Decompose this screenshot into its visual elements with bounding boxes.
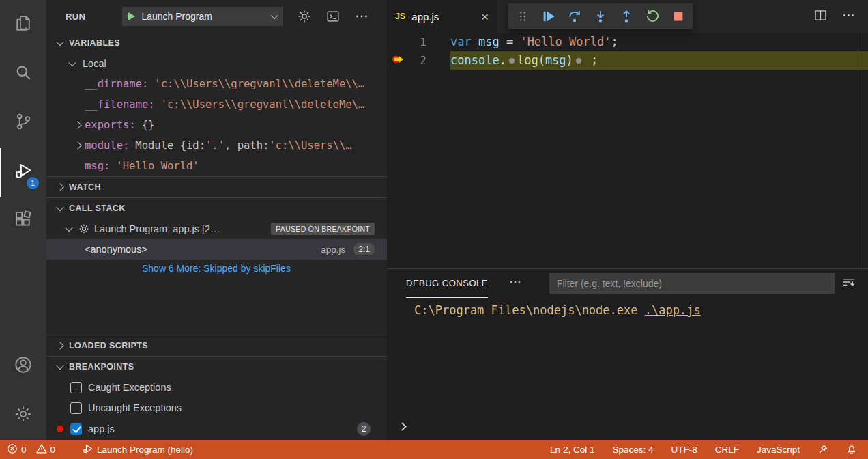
toolbar-drag-handle[interactable] (512, 5, 533, 27)
step-out-button[interactable] (616, 5, 637, 27)
editor-actions (813, 0, 868, 33)
console-repl-input[interactable] (399, 419, 413, 433)
variable-value: Module {id: (135, 139, 205, 152)
variable-dirname[interactable]: __dirname: 'c:\\Users\\gregvanl\\deleteM… (46, 74, 387, 94)
problems-errors[interactable]: 0 (7, 443, 27, 456)
activity-search[interactable] (0, 49, 46, 98)
activity-bar-spacer (0, 246, 46, 342)
chevron-down-icon (271, 12, 278, 19)
inline-breakpoint-dot[interactable] (509, 58, 515, 64)
pin-icon[interactable] (818, 444, 828, 455)
console-file-link[interactable]: .\app.js (645, 303, 701, 317)
section-breakpoints[interactable]: BREAKPOINTS (46, 356, 387, 377)
more-actions-icon[interactable] (841, 8, 856, 25)
stop-button[interactable] (668, 5, 689, 27)
scope-local[interactable]: Local (46, 53, 387, 74)
call-stack-header-label: CALL STACK (69, 204, 126, 213)
configure-gear-icon[interactable] (297, 9, 312, 24)
scope-label: Local (83, 58, 106, 69)
filter-icon[interactable] (841, 275, 856, 292)
split-editor-icon[interactable] (813, 8, 828, 25)
loaded-scripts-header-label: LOADED SCRIPTS (69, 341, 148, 350)
active-debug-session[interactable]: Launch Program (hello) (83, 443, 193, 456)
call-stack-frame-selected[interactable]: <anonymous> app.js 2:1 (46, 239, 387, 260)
current-line-breakpoint-icon (392, 53, 404, 68)
breakpoint-appjs[interactable]: app.js 2 (46, 418, 387, 440)
extensions-icon (14, 210, 33, 232)
code-editor[interactable]: 1 var msg = 'Hello World'; 2 console.log… (387, 33, 868, 70)
uncaught-exceptions-checkbox[interactable] (70, 402, 82, 414)
source-control-icon (14, 112, 33, 134)
start-debugging-icon[interactable] (128, 12, 135, 20)
panel-more-actions-icon[interactable] (508, 275, 522, 292)
encoding[interactable]: UTF-8 (671, 445, 697, 455)
problems-warnings[interactable]: 0 (36, 443, 56, 456)
inline-breakpoint-dot[interactable] (576, 58, 581, 64)
code-line-1: 1 var msg = 'Hello World'; (387, 33, 868, 51)
debug-console-icon[interactable] (326, 9, 341, 24)
gutter[interactable] (387, 51, 409, 70)
account-icon (14, 355, 33, 377)
chevron-right-icon (74, 121, 81, 128)
variable-exports[interactable]: exports: {} (46, 115, 387, 135)
variable-msg[interactable]: msg: 'Hello World' (46, 156, 387, 176)
section-watch[interactable]: WATCH (46, 176, 387, 197)
error-icon (7, 443, 18, 456)
watch-header-label: WATCH (69, 182, 101, 192)
section-variables[interactable]: VARIABLES (46, 33, 387, 53)
activity-accounts[interactable] (0, 342, 46, 391)
console-output-line: C:\Program Files\nodejs\node.exe .\app.j… (387, 298, 868, 317)
console-filter-input[interactable] (549, 273, 835, 294)
cursor-position[interactable]: Ln 2, Col 1 (550, 445, 594, 455)
variable-filename[interactable]: __filename: 'c:\\Users\\gregvanl\\delete… (46, 94, 387, 115)
gutter[interactable] (387, 33, 409, 51)
variables-header-label: VARIABLES (69, 38, 120, 48)
chevron-down-icon (68, 59, 76, 66)
activity-run-debug[interactable]: 1 (0, 148, 46, 197)
close-tab-icon[interactable]: × (481, 10, 489, 23)
activity-explorer[interactable] (0, 0, 46, 49)
step-into-button[interactable] (590, 5, 611, 27)
tab-debug-console[interactable]: DEBUG CONSOLE (406, 269, 488, 298)
breakpoint-caught-exceptions[interactable]: Caught Exceptions (46, 377, 387, 398)
eol-sequence[interactable]: CRLF (715, 445, 739, 455)
call-stack-session[interactable]: Launch Program: app.js [2… PAUSED ON BRE… (46, 219, 387, 239)
section-loaded-scripts[interactable]: LOADED SCRIPTS (46, 335, 387, 356)
activity-source-control[interactable] (0, 98, 46, 148)
chevron-down-icon (56, 38, 63, 46)
sidebar-header: RUN Launch Program (46, 0, 387, 33)
variable-value: 'c:\\Users\\gregvanl\\deleteMe\\… (154, 78, 364, 90)
chevron-right-icon (74, 141, 81, 149)
breakpoint-dot-icon (57, 426, 63, 432)
launch-config-dropdown[interactable]: Launch Program (122, 7, 283, 26)
continue-button[interactable] (538, 5, 559, 27)
tab-appjs[interactable]: JS app.js × (387, 0, 497, 33)
indentation[interactable]: Spaces: 4 (612, 445, 653, 455)
chevron-right-icon (56, 342, 63, 349)
section-call-stack[interactable]: CALL STACK (46, 197, 387, 219)
call-stack-empty-area (46, 277, 387, 335)
breakpoints-header-label: BREAKPOINTS (69, 362, 134, 372)
show-more-frames-link[interactable]: Show 6 More: Skipped by skipFiles (46, 260, 387, 277)
editor-scrollbar[interactable] (858, 33, 858, 268)
caught-exceptions-checkbox[interactable] (70, 382, 82, 393)
code-line-2-current: 2 console.log(msg) ; (387, 51, 868, 70)
appjs-breakpoint-checkbox[interactable] (70, 423, 82, 435)
launch-config-label: Launch Program (141, 11, 272, 22)
activity-settings[interactable] (0, 391, 46, 440)
notifications-bell-icon[interactable] (846, 444, 857, 455)
language-mode[interactable]: JavaScript (757, 445, 800, 455)
breakpoint-uncaught-exceptions[interactable]: Uncaught Exceptions (46, 398, 387, 418)
breakpoint-label: Uncaught Exceptions (88, 402, 182, 413)
variable-name: __filename: (85, 98, 155, 111)
frame-location-badge: 2:1 (353, 243, 375, 255)
step-over-button[interactable] (564, 5, 585, 27)
panel-header: DEBUG CONSOLE (387, 269, 868, 298)
prompt-chevron-icon (398, 422, 407, 431)
variable-module[interactable]: module: Module {id: '.', path: 'c:\\User… (46, 135, 387, 156)
activity-extensions[interactable] (0, 197, 46, 246)
session-label: Launch Program: app.js [2… (94, 223, 220, 234)
restart-button[interactable] (642, 5, 663, 27)
more-actions-icon[interactable] (354, 9, 369, 24)
editor-group: JS app.js × 1 var msg = 'Hello World'; 2 (387, 0, 868, 268)
